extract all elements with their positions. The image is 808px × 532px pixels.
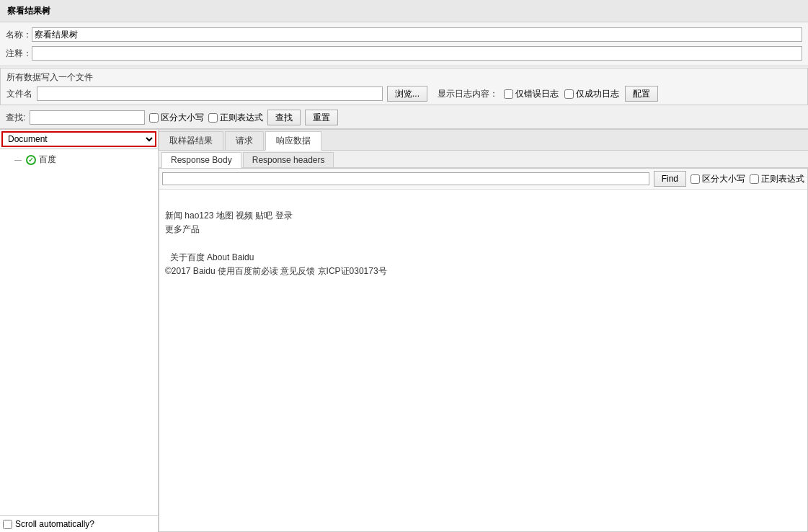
check-icon: ✓	[26, 155, 36, 165]
config-button[interactable]: 配置	[625, 86, 658, 102]
response-case-checkbox[interactable]	[691, 174, 700, 184]
error-log-label: 仅错误日志	[515, 88, 559, 100]
scroll-auto-label: Scroll automatically?	[15, 519, 94, 529]
response-regex-label: 正则表达式	[761, 173, 804, 185]
tab-request[interactable]: 请求	[225, 131, 264, 150]
content-area: Document — ✓ 百度 Scroll automatically?	[0, 129, 808, 532]
tree-node-label: 百度	[39, 154, 56, 166]
response-line-3: 更多产品	[165, 223, 802, 236]
comment-row: 注释：	[6, 44, 802, 63]
tree-footer: Scroll automatically?	[0, 515, 158, 532]
regex-checkbox[interactable]	[208, 113, 218, 123]
response-line-5: 关于百度 About Baidu	[165, 251, 802, 265]
log-options: 显示日志内容： 仅错误日志 仅成功日志 配置	[438, 86, 658, 102]
error-log-checkbox[interactable]	[504, 89, 513, 99]
search-input[interactable]	[30, 110, 145, 125]
comment-input[interactable]	[32, 46, 802, 61]
success-log-checkbox[interactable]	[564, 89, 574, 99]
error-log-group: 仅错误日志	[504, 88, 559, 100]
file-row: 文件名 浏览... 显示日志内容： 仅错误日志 仅成功日志 配置	[6, 86, 802, 102]
case-sensitive-label: 区分大小写	[161, 112, 204, 124]
response-line-2: 新闻 hao123 地图 视频 贴吧 登录	[165, 209, 802, 223]
main-container: 察看结果树 名称： 注释： 所有数据写入一个文件 文件名 浏览... 显示日志内…	[0, 0, 808, 532]
find-button[interactable]: 查找	[267, 110, 301, 125]
response-case-label: 区分大小写	[702, 173, 745, 185]
name-input[interactable]	[32, 27, 802, 42]
tab-sampler-result[interactable]: 取样器结果	[159, 131, 223, 150]
reset-button[interactable]: 重置	[305, 110, 338, 125]
form-area: 名称： 注释：	[0, 22, 808, 66]
search-label: 查找:	[6, 112, 25, 124]
tab-response-headers[interactable]: Response headers	[243, 152, 334, 167]
tab-response-data[interactable]: 响应数据	[265, 131, 321, 151]
response-search-input[interactable]	[162, 172, 649, 185]
search-bar: 查找: 区分大小写 正则表达式 查找 重置	[0, 107, 808, 129]
response-line-6: ©2017 Baidu 使用百度前必读 意见反馈 京ICP证030173号	[165, 265, 802, 278]
file-section-title: 所有数据写入一个文件	[6, 71, 802, 84]
success-log-group: 仅成功日志	[564, 88, 619, 100]
response-search-bar: Find 区分大小写 正则表达式	[159, 169, 807, 190]
tree-panel: Document — ✓ 百度 Scroll automatically?	[0, 130, 159, 532]
scroll-auto-checkbox[interactable]	[3, 520, 12, 529]
file-section: 所有数据写入一个文件 文件名 浏览... 显示日志内容： 仅错误日志 仅成功日志…	[0, 68, 808, 105]
response-regex-group: 正则表达式	[750, 173, 804, 185]
regex-label: 正则表达式	[220, 112, 263, 124]
file-input[interactable]	[37, 87, 383, 101]
response-find-button[interactable]: Find	[654, 171, 686, 187]
comment-label: 注释：	[6, 48, 32, 60]
tree-dropdown[interactable]: Document	[1, 131, 156, 147]
log-label: 显示日志内容：	[438, 88, 498, 100]
regex-group: 正则表达式	[208, 112, 263, 124]
title-text: 察看结果树	[7, 6, 50, 16]
response-case-group: 区分大小写	[691, 173, 745, 185]
name-row: 名称：	[6, 25, 802, 44]
name-label: 名称：	[6, 29, 32, 41]
response-content: Find 区分大小写 正则表达式 新闻 hao123 地图 视频 贴吧 登录 更…	[159, 168, 808, 532]
case-sensitive-checkbox[interactable]	[149, 113, 159, 123]
tree-selector: Document	[0, 130, 158, 149]
case-sensitive-group: 区分大小写	[149, 112, 204, 124]
file-label: 文件名	[6, 88, 32, 100]
response-body: 新闻 hao123 地图 视频 贴吧 登录 更多产品 关于百度 About Ba…	[159, 190, 807, 531]
response-line-4	[165, 237, 802, 251]
browse-button[interactable]: 浏览...	[387, 86, 427, 102]
title-bar: 察看结果树	[0, 0, 808, 22]
tree-item-baidu[interactable]: — ✓ 百度	[3, 152, 155, 167]
tabs-top: 取样器结果 请求 响应数据	[159, 130, 808, 151]
tree-content: — ✓ 百度	[0, 149, 158, 515]
response-regex-checkbox[interactable]	[750, 174, 759, 184]
tabs-sub: Response Body Response headers	[159, 151, 808, 168]
tab-response-body[interactable]: Response Body	[161, 152, 241, 168]
response-line-1	[165, 195, 802, 209]
right-panel: 取样器结果 请求 响应数据 Response Body Response hea…	[159, 130, 808, 532]
success-log-label: 仅成功日志	[576, 88, 619, 100]
